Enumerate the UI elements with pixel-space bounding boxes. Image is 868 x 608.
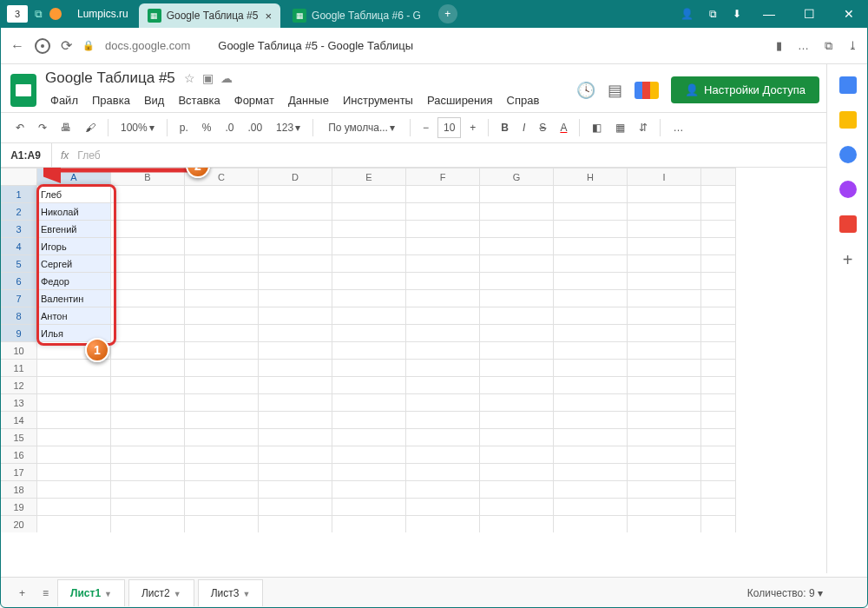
cell[interactable] bbox=[111, 203, 185, 221]
cell[interactable] bbox=[259, 273, 332, 290]
cell[interactable] bbox=[111, 429, 185, 446]
cell[interactable] bbox=[628, 516, 701, 533]
cell[interactable] bbox=[332, 290, 406, 307]
cell[interactable] bbox=[111, 186, 185, 203]
tasks-icon[interactable] bbox=[839, 146, 857, 163]
borders-button[interactable]: ▦ bbox=[610, 118, 630, 137]
cell[interactable] bbox=[480, 360, 554, 377]
cell[interactable] bbox=[628, 360, 701, 377]
cell[interactable] bbox=[628, 203, 701, 221]
paint-format-button[interactable]: 🖌 bbox=[80, 118, 101, 137]
cell[interactable] bbox=[480, 499, 554, 516]
cell[interactable] bbox=[37, 481, 111, 499]
cell[interactable] bbox=[111, 255, 185, 273]
cell[interactable] bbox=[406, 481, 480, 499]
cell[interactable] bbox=[37, 360, 111, 377]
cell[interactable] bbox=[259, 394, 332, 412]
cell[interactable] bbox=[332, 446, 406, 464]
redo-button[interactable]: ↷ bbox=[33, 118, 52, 137]
close-tab-icon[interactable]: × bbox=[265, 10, 272, 23]
cell[interactable] bbox=[554, 516, 628, 533]
sheet-tab-2[interactable]: Лист2▼ bbox=[128, 579, 194, 606]
cell[interactable] bbox=[259, 238, 332, 255]
user-icon[interactable]: 👤 bbox=[681, 8, 694, 20]
cell[interactable] bbox=[37, 446, 111, 464]
cell[interactable] bbox=[37, 429, 111, 446]
cell[interactable] bbox=[480, 307, 554, 325]
cell[interactable] bbox=[332, 273, 406, 290]
cell[interactable] bbox=[406, 394, 480, 412]
strike-button[interactable]: S bbox=[534, 118, 551, 137]
increase-decimal-button[interactable]: .00 bbox=[242, 118, 267, 137]
cell[interactable] bbox=[406, 203, 480, 221]
cell[interactable] bbox=[332, 325, 406, 342]
row-header[interactable]: 18 bbox=[1, 481, 37, 499]
cell[interactable] bbox=[554, 499, 628, 516]
cell[interactable] bbox=[185, 429, 259, 446]
row-header[interactable]: 20 bbox=[1, 516, 37, 533]
row-header[interactable]: 6 bbox=[1, 273, 37, 290]
comment-icon[interactable]: ▤ bbox=[608, 81, 622, 100]
close-window-button[interactable]: ✕ bbox=[837, 7, 861, 21]
cell[interactable] bbox=[259, 429, 332, 446]
cell[interactable] bbox=[554, 360, 628, 377]
column-header[interactable]: C bbox=[185, 169, 259, 186]
cell[interactable] bbox=[185, 481, 259, 499]
cell[interactable] bbox=[628, 221, 701, 238]
cell[interactable] bbox=[406, 464, 480, 481]
cell[interactable] bbox=[332, 481, 406, 499]
cell[interactable] bbox=[185, 255, 259, 273]
browser-tab-inactive[interactable]: ▦ Google Таблица #6 - G bbox=[284, 3, 430, 28]
column-header[interactable]: H bbox=[554, 169, 628, 186]
cell[interactable] bbox=[406, 255, 480, 273]
cell[interactable] bbox=[37, 377, 111, 394]
cell[interactable] bbox=[406, 499, 480, 516]
number-format-dropdown[interactable]: 123▾ bbox=[271, 118, 306, 137]
cell[interactable] bbox=[332, 255, 406, 273]
cell[interactable] bbox=[37, 464, 111, 481]
bold-button[interactable]: B bbox=[496, 118, 514, 137]
cell[interactable] bbox=[554, 203, 628, 221]
cell[interactable]: Евгений bbox=[37, 221, 111, 238]
cell[interactable] bbox=[259, 377, 332, 394]
cell[interactable] bbox=[332, 464, 406, 481]
cell[interactable] bbox=[554, 186, 628, 203]
cell[interactable] bbox=[259, 342, 332, 360]
merge-button[interactable]: ⇵ bbox=[634, 118, 653, 137]
cell[interactable] bbox=[332, 307, 406, 325]
menu-help[interactable]: Справ bbox=[502, 90, 545, 110]
cell[interactable]: Игорь bbox=[37, 238, 111, 255]
cell[interactable] bbox=[332, 516, 406, 533]
cell[interactable] bbox=[259, 446, 332, 464]
cell[interactable] bbox=[628, 342, 701, 360]
spreadsheet-grid[interactable]: ABCDEFGHI1Глеб2Николай3Евгений4Игорь5Сер… bbox=[0, 168, 868, 532]
column-header[interactable]: B bbox=[111, 169, 185, 186]
cell[interactable] bbox=[259, 464, 332, 481]
cell[interactable] bbox=[480, 446, 554, 464]
cell[interactable] bbox=[332, 412, 406, 429]
cell[interactable] bbox=[628, 238, 701, 255]
cell[interactable] bbox=[259, 325, 332, 342]
row-header[interactable]: 2 bbox=[1, 203, 37, 221]
cell[interactable] bbox=[406, 290, 480, 307]
undo-button[interactable]: ↶ bbox=[10, 118, 30, 137]
cell[interactable] bbox=[406, 412, 480, 429]
decrease-decimal-button[interactable]: .0 bbox=[220, 118, 239, 137]
column-header[interactable]: A bbox=[37, 169, 111, 186]
back-button[interactable]: ← bbox=[10, 38, 24, 54]
row-header[interactable]: 14 bbox=[1, 412, 37, 429]
fx-icon[interactable]: fx bbox=[52, 149, 77, 162]
cell[interactable] bbox=[37, 394, 111, 412]
new-window-icon[interactable]: ⧉ bbox=[35, 8, 43, 20]
browser-tab-active[interactable]: ▦ Google Таблица #5 × bbox=[139, 3, 280, 28]
cell[interactable] bbox=[37, 412, 111, 429]
cell[interactable] bbox=[554, 238, 628, 255]
name-box[interactable]: A1:A9 bbox=[0, 143, 52, 167]
cell[interactable] bbox=[185, 325, 259, 342]
downloads-icon[interactable]: ⤓ bbox=[848, 39, 858, 52]
keep-icon[interactable] bbox=[839, 111, 857, 129]
menu-file[interactable]: Файл bbox=[45, 90, 83, 110]
row-header[interactable]: 9 bbox=[1, 325, 37, 342]
column-header[interactable]: I bbox=[628, 169, 701, 186]
cell[interactable] bbox=[185, 446, 259, 464]
